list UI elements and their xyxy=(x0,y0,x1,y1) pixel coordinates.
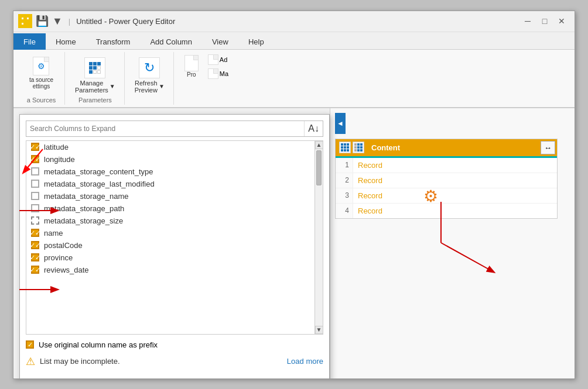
advanced-editor-button[interactable]: Ad xyxy=(206,53,231,66)
ribbon-content: ⚙ ta sourceettings a Sources xyxy=(13,50,575,108)
right-pane: ◄ xyxy=(330,108,575,378)
warning-text: List may be incomplete. xyxy=(40,357,282,366)
main-content: A↓ ✓ latitude ✓ longitude xyxy=(13,108,575,378)
list-item[interactable]: ✓ postalCode xyxy=(26,239,314,252)
query-settings-button[interactable]: Ma xyxy=(206,67,231,80)
table-view-icon[interactable] xyxy=(353,142,364,153)
search-columns-input[interactable] xyxy=(26,122,304,135)
row-value[interactable]: Record xyxy=(353,173,557,188)
window-title: Untitled - Power Query Editor xyxy=(76,17,516,26)
list-item[interactable]: ✓ name xyxy=(26,227,314,239)
use-original-row: Use original column name as prefix xyxy=(20,335,329,353)
checkbox-metadata-last-modified[interactable] xyxy=(31,180,39,188)
row-value[interactable]: Record xyxy=(353,158,557,173)
refresh-preview-label: RefreshPreview xyxy=(135,80,158,94)
list-item[interactable]: ✓ latitude xyxy=(26,141,314,153)
data-source-settings-button[interactable]: ⚙ ta sourceettings xyxy=(27,56,56,91)
dialog-buttons: OK Cancel xyxy=(20,374,329,378)
warning-row: ⚠ List may be incomplete. Load more xyxy=(20,353,329,374)
quick-access-dropdown[interactable]: ▼ xyxy=(52,15,63,27)
warning-icon: ⚠ xyxy=(26,355,35,368)
checkbox-reviews-date[interactable]: ✓ xyxy=(31,266,39,274)
scroll-down-button[interactable]: ▼ xyxy=(315,326,323,334)
checkbox-metadata-path[interactable] xyxy=(31,204,39,212)
list-item[interactable]: ✓ province xyxy=(26,252,314,264)
table-row: 4 Record xyxy=(336,204,557,218)
list-item[interactable]: metadata_storage_last_modified xyxy=(26,178,314,190)
svg-rect-4 xyxy=(22,18,23,19)
close-button[interactable]: ✕ xyxy=(553,13,570,29)
svg-rect-5 xyxy=(27,18,29,19)
separator: | xyxy=(69,17,70,26)
list-item[interactable]: metadata_storage_size xyxy=(26,215,314,227)
checkbox-name[interactable]: ✓ xyxy=(31,229,39,237)
refresh-preview-button[interactable]: ↻ RefreshPreview ▼ xyxy=(131,56,169,95)
checkbox-latitude[interactable]: ✓ xyxy=(31,143,39,151)
list-item[interactable]: metadata_storage_path xyxy=(26,202,314,215)
dialog-overlay: A↓ ✓ latitude ✓ longitude xyxy=(13,108,341,378)
tab-help[interactable]: Help xyxy=(238,33,274,50)
list-item[interactable]: ✓ longitude xyxy=(26,153,314,166)
table-column-title: Content xyxy=(368,141,539,154)
save-button[interactable]: 💾 xyxy=(36,15,49,27)
sort-icon[interactable]: A↓ xyxy=(304,121,323,136)
scroll-thumb[interactable] xyxy=(316,150,322,185)
title-bar: 💾 ▼ | Untitled - Power Query Editor ─ □ … xyxy=(13,11,575,32)
tab-home[interactable]: Home xyxy=(46,33,86,50)
checkbox-metadata-content[interactable] xyxy=(31,167,39,175)
table-header: Content ↔ xyxy=(336,139,557,158)
ribbon-tabs: File Home Transform Add Column View Help xyxy=(13,32,575,50)
checkbox-longitude[interactable]: ✓ xyxy=(31,155,39,163)
svg-rect-6 xyxy=(22,23,23,25)
tab-transform[interactable]: Transform xyxy=(86,33,141,50)
checkbox-metadata-size[interactable] xyxy=(31,216,39,225)
tab-add-column[interactable]: Add Column xyxy=(140,33,202,50)
manage-params-label: ManageParameters xyxy=(75,80,108,94)
table-row: 2 Record xyxy=(336,173,557,188)
use-original-checkbox[interactable] xyxy=(26,340,34,349)
row-value[interactable]: Record xyxy=(353,204,557,218)
row-value[interactable]: Record xyxy=(353,188,557,203)
list-item[interactable]: metadata_storage_name xyxy=(26,190,314,202)
app-icon xyxy=(18,14,32,28)
tab-file[interactable]: File xyxy=(13,33,46,50)
scrollbar[interactable]: ▲ ▼ xyxy=(314,141,323,334)
column-list: ✓ latitude ✓ longitude metadata_storage_… xyxy=(26,141,314,334)
svg-rect-3 xyxy=(26,22,30,26)
expand-column-button[interactable]: ↔ xyxy=(541,141,555,154)
load-more-link[interactable]: Load more xyxy=(287,357,323,366)
minimize-button[interactable]: ─ xyxy=(519,13,536,29)
scroll-thumb-area xyxy=(315,149,323,326)
data-table: Content ↔ 1 Record 2 Record 3 Record xyxy=(335,139,558,219)
manage-parameters-button[interactable]: ManageParameters ▼ xyxy=(71,56,119,95)
properties-button[interactable]: Pro xyxy=(180,54,203,79)
list-item[interactable]: ✓ reviews_date xyxy=(26,264,314,276)
checkbox-metadata-name[interactable] xyxy=(31,192,39,200)
column-list-container: ✓ latitude ✓ longitude metadata_storage_… xyxy=(26,140,323,335)
expand-columns-dialog: A↓ ✓ latitude ✓ longitude xyxy=(19,114,330,378)
checkbox-province[interactable]: ✓ xyxy=(31,253,39,261)
table-row: 3 Record xyxy=(336,188,557,204)
list-item[interactable]: metadata_storage_content_type xyxy=(26,166,314,178)
search-box: A↓ xyxy=(26,121,323,137)
scroll-up-button[interactable]: ▲ xyxy=(315,141,323,149)
use-original-label: Use original column name as prefix xyxy=(39,340,158,349)
tab-view[interactable]: View xyxy=(202,33,238,50)
maximize-button[interactable]: □ xyxy=(536,13,553,29)
app-window: 💾 ▼ | Untitled - Power Query Editor ─ □ … xyxy=(13,11,575,379)
table-row: 1 Record xyxy=(336,158,557,173)
checkbox-postalcode[interactable]: ✓ xyxy=(31,241,39,249)
window-controls: ─ □ ✕ xyxy=(519,13,570,29)
